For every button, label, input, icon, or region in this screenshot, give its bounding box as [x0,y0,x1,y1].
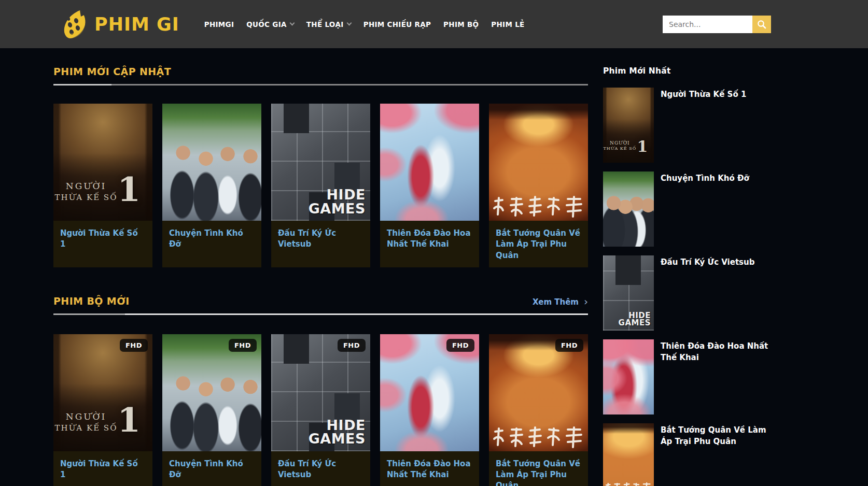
movie-card[interactable]: Bắt Tướng Quân Về Làm Áp Trại Phu Quân [489,104,588,267]
movie-poster: FHD [380,334,479,451]
movie-card[interactable]: FHD NGƯỜITHỪA KẾ SỐ 1 Người Thừa Kế Số 1 [53,334,152,486]
nav-item-phim-bo[interactable]: PHIM BỘ [443,20,479,28]
sidebar-movie-item[interactable]: Bắt Tướng Quân Về Làm Áp Trại Phu Quân [603,423,772,486]
movie-title[interactable]: Chuyện Tình Khó Đỡ [169,459,255,481]
sidebar: Phim Mới Nhất NGƯỜITHỪA KẾ SỐ 1 Người Th… [603,48,772,486]
movie-title[interactable]: Thiên Đóa Đào Hoa Nhất Thế Khai [661,341,772,364]
movie-thumbnail [603,423,654,486]
movie-title[interactable]: Bắt Tướng Quân Về Làm Áp Trại Phu Quân [496,459,581,486]
movie-poster: HIDEGAMES [271,104,370,221]
sidebar-title: Phim Mới Nhất [603,66,772,76]
movie-poster [162,104,261,221]
movie-poster: FHD [489,334,588,451]
search-icon [757,20,766,29]
site-header: PHIM GI PHIMGI QUỐC GIA THỂ LOẠI PHIM CH… [0,0,868,48]
movie-poster [380,104,479,221]
chevron-down-icon [346,21,352,26]
movie-card[interactable]: NGƯỜITHỪA KẾ SỐ 1 Người Thừa Kế Số 1 [53,104,152,267]
quality-badge: FHD [120,339,148,352]
movie-title[interactable]: Người Thừa Kế Số 1 [60,228,146,250]
section-divider [53,84,588,85]
sidebar-movie-item[interactable]: Chuyện Tình Khó Đỡ [603,171,772,247]
logo[interactable]: PHIM GI [62,9,179,39]
calligraphy-art [489,195,588,219]
quality-badge: FHD [338,339,366,352]
movie-poster: NGƯỜITHỪA KẾ SỐ 1 [53,104,152,221]
search-button[interactable] [752,16,771,33]
quality-badge: FHD [446,339,474,352]
sidebar-movie-item[interactable]: Thiên Đóa Đào Hoa Nhất Thế Khai [603,339,772,414]
movie-title[interactable]: Người Thừa Kế Số 1 [661,89,746,101]
movie-thumbnail [603,171,654,247]
nav-item-the-loai[interactable]: THỂ LOẠI [306,20,351,28]
nav-item-phimgi[interactable]: PHIMGI [204,20,234,28]
series-movies-grid: FHD NGƯỜITHỪA KẾ SỐ 1 Người Thừa Kế Số 1… [53,334,588,486]
main-nav: PHIMGI QUỐC GIA THỂ LOẠI PHIM CHIẾU RẠP … [204,20,525,28]
movie-card[interactable]: Thiên Đóa Đào Hoa Nhất Thế Khai [380,104,479,267]
sidebar-movie-item[interactable]: HIDEGAMES Đấu Trí Ký Ức Vietsub [603,255,772,331]
movie-thumbnail [603,339,654,414]
movie-title[interactable]: Thiên Đóa Đào Hoa Nhất Thế Khai [387,228,472,250]
film-reel-pizza-icon [62,9,89,39]
nav-item-phim-le[interactable]: PHIM LẺ [491,20,524,28]
movie-title[interactable]: Bắt Tướng Quân Về Làm Áp Trại Phu Quân [661,425,772,448]
section-title-series: PHIM BỘ MỚI [53,295,130,307]
movie-title[interactable]: Bắt Tướng Quân Về Làm Áp Trại Phu Quân [496,228,581,261]
movie-title[interactable]: Đấu Trí Ký Ức Vietsub [278,228,363,250]
section-title-latest: PHIM MỚI CẬP NHẬT [53,66,171,77]
nav-item-quoc-gia[interactable]: QUỐC GIA [246,20,293,28]
movie-card[interactable]: FHD Bắt Tướng Quân Về Làm Áp Trại Phu Qu… [489,334,588,486]
movie-title[interactable]: Chuyện Tình Khó Đỡ [169,228,255,250]
logo-text: PHIM GI [94,14,179,35]
movie-title[interactable]: Chuyện Tình Khó Đỡ [661,173,749,184]
movie-title[interactable]: Thiên Đóa Đào Hoa Nhất Thế Khai [387,459,472,481]
movie-poster [489,104,588,221]
movie-poster: FHD NGƯỜITHỪA KẾ SỐ 1 [53,334,152,451]
chevron-right-icon: › [584,296,588,307]
movie-title[interactable]: Đấu Trí Ký Ức Vietsub [278,459,363,481]
see-more-link[interactable]: Xem Thêm › [533,297,588,307]
quality-badge: FHD [555,339,583,352]
movie-title[interactable]: Đấu Trí Ký Ức Vietsub [661,257,754,268]
movie-thumbnail: HIDEGAMES [603,255,654,331]
movie-poster: FHD HIDEGAMES [271,334,370,451]
movie-card[interactable]: HIDEGAMES Đấu Trí Ký Ức Vietsub [271,104,370,267]
section-divider [53,313,588,315]
latest-movies-grid: NGƯỜITHỪA KẾ SỐ 1 Người Thừa Kế Số 1 Chu… [53,104,588,267]
sidebar-movie-item[interactable]: NGƯỜITHỪA KẾ SỐ 1 Người Thừa Kế Số 1 [603,88,772,163]
movie-card[interactable]: FHD HIDEGAMES Đấu Trí Ký Ức Vietsub [271,334,370,486]
chevron-down-icon [289,21,295,26]
nav-item-phim-chieu-rap[interactable]: PHIM CHIẾU RẠP [363,20,431,28]
movie-card[interactable]: FHD Chuyện Tình Khó Đỡ [162,334,261,486]
movie-poster: FHD [162,334,261,451]
search-bar [663,16,771,33]
movie-card[interactable]: Chuyện Tình Khó Đỡ [162,104,261,267]
movie-thumbnail: NGƯỜITHỪA KẾ SỐ 1 [603,88,654,163]
calligraphy-art [489,425,588,449]
movie-title[interactable]: Người Thừa Kế Số 1 [60,459,146,481]
search-input[interactable] [663,16,752,33]
movie-card[interactable]: FHD Thiên Đóa Đào Hoa Nhất Thế Khai [380,334,479,486]
quality-badge: FHD [229,339,257,352]
calligraphy-art [603,481,654,486]
